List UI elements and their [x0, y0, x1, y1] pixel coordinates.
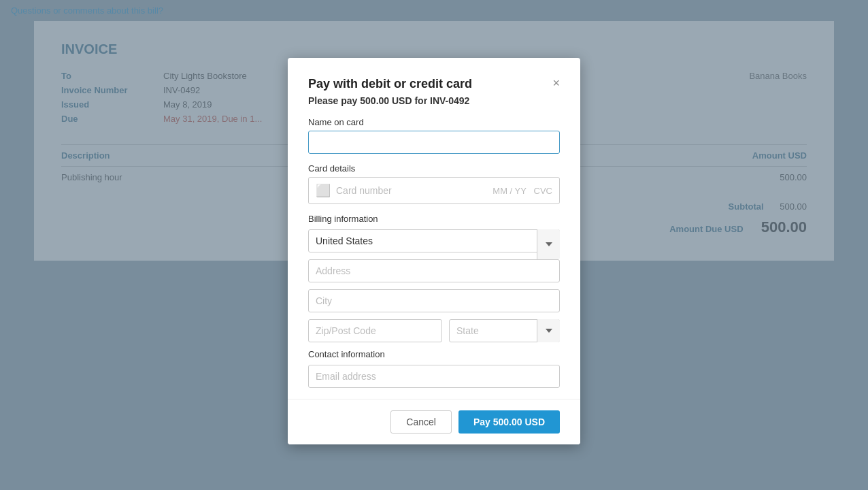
modal-header: Pay with debit or credit card × [308, 77, 560, 91]
cancel-button[interactable]: Cancel [390, 410, 452, 434]
zip-state-row: State California New York Texas [308, 319, 560, 342]
modal-footer: Cancel Pay 500.00 USD [288, 399, 580, 444]
country-select[interactable]: United States Canada United Kingdom Aust… [308, 229, 560, 252]
card-chip-icon: ⬜ [316, 183, 331, 198]
address-input[interactable] [308, 259, 560, 282]
country-select-wrapper: United States Canada United Kingdom Aust… [308, 229, 560, 259]
contact-label: Contact information [308, 349, 560, 359]
modal-close-button[interactable]: × [552, 77, 560, 89]
city-input[interactable] [308, 289, 560, 312]
zip-input[interactable] [308, 319, 442, 342]
modal-title: Pay with debit or credit card [308, 77, 472, 91]
card-number-placeholder: Card number [336, 185, 487, 196]
billing-label: Billing information [308, 214, 560, 224]
card-details-container[interactable]: ⬜ Card number MM / YY CVC [308, 177, 560, 204]
name-on-card-label: Name on card [308, 117, 560, 127]
email-input[interactable] [308, 365, 560, 388]
card-details-label: Card details [308, 163, 560, 174]
state-select-wrapper: State California New York Texas [449, 319, 560, 342]
payment-modal: Pay with debit or credit card × Please p… [288, 58, 580, 444]
modal-subtitle: Please pay 500.00 USD for INV-0492 [308, 95, 560, 106]
pay-button[interactable]: Pay 500.00 USD [458, 410, 560, 434]
name-on-card-input[interactable] [308, 131, 560, 154]
card-expiry-cvc: MM / YY CVC [493, 186, 552, 196]
state-select[interactable]: State California New York Texas [449, 319, 560, 342]
